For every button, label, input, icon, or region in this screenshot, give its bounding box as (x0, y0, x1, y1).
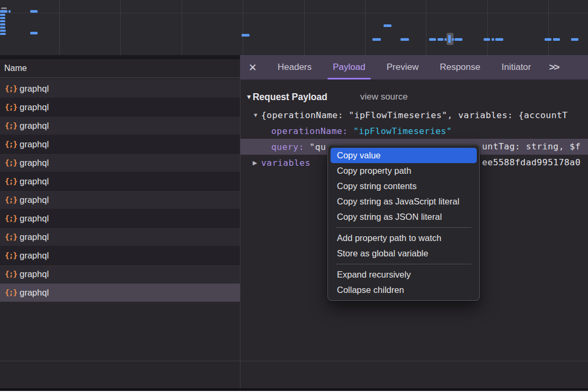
waterfall-request-bar (0, 30, 6, 32)
request-payload-section-header[interactable]: ▼ Request Payload view source (240, 89, 588, 105)
timeline-gridline (365, 0, 366, 55)
waterfall-request-bar (384, 24, 391, 27)
waterfall-request-bar (0, 33, 6, 35)
waterfall-request-bar (484, 38, 490, 41)
json-braces-icon: {;} (5, 214, 15, 222)
waterfall-request-bar (242, 34, 250, 37)
waterfall-request-bar (0, 23, 5, 25)
waterfall-request-bar (400, 38, 409, 41)
property-value-right-fragment: untTag: string, $f (482, 139, 581, 155)
menu-item-add-property-path-to-watch[interactable]: Add property path to watch (331, 230, 477, 246)
json-braces-icon: {;} (5, 158, 15, 167)
request-row[interactable]: {;}graphql (0, 135, 240, 154)
timeline-gridline (548, 0, 549, 55)
request-name: graphql (20, 251, 49, 261)
request-name: graphql (20, 121, 49, 131)
timeline-gridline (426, 0, 426, 55)
menu-item-copy-property-path[interactable]: Copy property path (331, 163, 477, 179)
root-object-preview: {operationName: "ipFlowTimeseries", vari… (261, 110, 568, 120)
request-row[interactable]: {;}graphql (0, 209, 240, 228)
expander-open-icon[interactable]: ▼ (253, 112, 261, 118)
menu-separator (336, 227, 471, 228)
waterfall-request-bar (452, 38, 454, 41)
view-source-link[interactable]: view source (360, 92, 408, 102)
request-name: graphql (20, 139, 49, 149)
context-menu: Copy valueCopy property pathCopy string … (327, 145, 480, 301)
json-braces-icon: {;} (5, 140, 15, 148)
detail-tabbar: ✕HeadersPayloadPreviewResponseInitiator>… (240, 55, 588, 79)
payload-root-row[interactable]: ▼ {operationName: "ipFlowTimeseries", va… (240, 107, 588, 123)
menu-item-copy-string-contents[interactable]: Copy string contents (331, 179, 477, 194)
tab-initiator[interactable]: Initiator (493, 55, 540, 79)
waterfall-request-bar (0, 10, 7, 13)
request-row[interactable]: {;}graphql (0, 228, 240, 246)
waterfall-request-bar (553, 38, 560, 41)
network-overview-timeline[interactable] (0, 0, 588, 56)
request-row[interactable]: {;}graphql (0, 265, 240, 283)
json-braces-icon: {;} (5, 195, 15, 204)
request-row[interactable]: {;}graphql (0, 98, 240, 117)
request-name: graphql (20, 84, 49, 94)
request-row[interactable]: {;}graphql (0, 191, 240, 209)
request-row[interactable]: {;}graphql (0, 283, 240, 302)
request-rows: {;}graphql{;}graphql{;}graphql{;}graphql… (0, 79, 240, 302)
timeline-gridline (304, 0, 305, 55)
waterfall-request-bar (545, 38, 551, 41)
timeline-gridline (182, 0, 182, 55)
close-panel-icon[interactable]: ✕ (240, 61, 265, 74)
name-column-header[interactable]: Name (0, 59, 240, 78)
property-value-string: "ipFlowTimeseries" (353, 126, 452, 136)
json-braces-icon: {;} (5, 177, 15, 185)
section-title: Request Payload (253, 92, 327, 103)
menu-item-copy-string-as-javascript-literal[interactable]: Copy string as JavaScript literal (331, 194, 477, 209)
waterfall-request-bar (372, 38, 381, 41)
request-name: graphql (20, 195, 49, 205)
payload-row-operationName[interactable]: operationName: "ipFlowTimeseries" (240, 123, 588, 139)
tab-response[interactable]: Response (431, 55, 489, 79)
property-key: variables (261, 158, 310, 168)
waterfall-request-bar (0, 20, 5, 22)
json-braces-icon: {;} (5, 103, 15, 111)
waterfall-request-bar (0, 14, 5, 16)
waterfall-request-bar (429, 38, 436, 41)
section-collapse-icon[interactable]: ▼ (246, 93, 252, 101)
request-row[interactable]: {;}graphql (0, 246, 240, 265)
request-list-panel: Name {;}graphql{;}graphql{;}graphql{;}gr… (0, 59, 240, 388)
waterfall-request-bar (0, 26, 5, 29)
menu-item-expand-recursively[interactable]: Expand recursively (331, 267, 477, 282)
waterfall-request-bar (438, 38, 443, 41)
timeline-gridline (487, 0, 488, 55)
timeline-gridline (243, 0, 243, 55)
more-tabs-chevron-icon[interactable]: >> (544, 61, 564, 73)
waterfall-request-bar (30, 10, 38, 13)
expander-closed-icon[interactable]: ▶ (253, 159, 261, 166)
request-name: graphql (20, 232, 49, 242)
tab-payload[interactable]: Payload (324, 55, 373, 79)
waterfall-request-bar (455, 38, 462, 41)
tab-preview[interactable]: Preview (378, 55, 427, 79)
property-key: operationName: (271, 126, 348, 136)
menu-item-copy-string-as-json-literal[interactable]: Copy string as JSON literal (331, 209, 477, 225)
waterfall-request-bar (8, 10, 11, 13)
request-row[interactable]: {;}graphql (0, 117, 240, 135)
request-row[interactable]: {;}graphql (0, 172, 240, 191)
waterfall-request-bar (30, 32, 38, 34)
json-braces-icon: {;} (5, 288, 15, 297)
menu-item-collapse-children[interactable]: Collapse children (331, 282, 477, 298)
tab-headers[interactable]: Headers (269, 55, 320, 79)
property-value-right-fragment: ee5588fdad995178a0 (482, 155, 581, 171)
panel-splitter (0, 55, 240, 59)
waterfall-request-bar (492, 38, 494, 41)
menu-item-store-as-global-variable[interactable]: Store as global variable (331, 246, 477, 261)
property-value-left-fragment: "qu (309, 142, 326, 152)
request-row[interactable]: {;}graphql (0, 154, 240, 172)
menu-item-copy-value[interactable]: Copy value (331, 148, 477, 163)
json-braces-icon: {;} (5, 233, 15, 241)
menu-separator (336, 264, 471, 264)
status-bar-divider (0, 361, 588, 361)
waterfall-request-bar (0, 17, 5, 19)
request-name: graphql (20, 213, 49, 224)
json-braces-icon: {;} (5, 121, 15, 130)
waterfall-request-bar (495, 38, 503, 41)
request-row[interactable]: {;}graphql (0, 79, 240, 98)
